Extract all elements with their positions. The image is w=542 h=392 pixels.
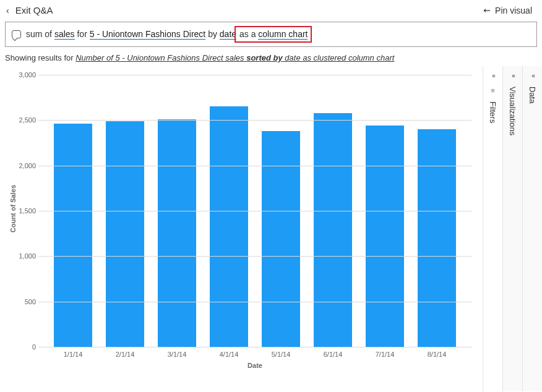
qna-query-input[interactable]: sum of sales for 5 - Uniontown Fashions … <box>5 22 537 47</box>
exit-qna-button[interactable]: ‹ Exit Q&A <box>6 5 53 15</box>
qna-header: ‹ Exit Q&A ↙ Pin visual <box>0 0 542 22</box>
collapse-icon: « <box>531 72 533 79</box>
x-tick-label: 7/1/14 <box>366 351 404 358</box>
y-tick-label: 1,000 <box>11 252 36 260</box>
query-row: sum of sales for 5 - Uniontown Fashions … <box>0 22 542 47</box>
exit-qna-label: Exit Q&A <box>15 5 53 15</box>
visualizations-panel-toggle[interactable]: « Visualizations <box>502 66 522 391</box>
gridline <box>38 302 471 302</box>
gridline <box>38 75 471 75</box>
bar[interactable] <box>158 119 196 347</box>
gridline <box>38 347 471 347</box>
chevron-left-icon: ‹ <box>6 6 9 15</box>
x-tick-label: 8/1/14 <box>418 351 456 358</box>
bar[interactable] <box>262 131 300 347</box>
x-axis-labels: 1/1/142/1/143/1/144/1/145/1/146/1/147/1/… <box>38 347 471 358</box>
x-tick-label: 6/1/14 <box>314 351 352 358</box>
side-panels: « ≡ Filters « Visualizations « Data <box>483 66 542 391</box>
x-tick-label: 3/1/14 <box>158 351 196 358</box>
filters-panel-toggle[interactable]: « ≡ Filters <box>483 66 502 391</box>
collapse-icon: « <box>512 72 514 79</box>
y-tick-label: 1,500 <box>11 207 36 215</box>
gridline <box>38 211 471 211</box>
collapse-icon: « <box>492 72 494 79</box>
visualizations-panel-label: Visualizations <box>508 87 517 135</box>
results-link[interactable]: Number of 5 - Uniontown Fashions Direct … <box>75 53 394 62</box>
y-tick-label: 3,000 <box>11 71 36 79</box>
bar[interactable] <box>54 124 92 347</box>
x-tick-label: 2/1/14 <box>106 351 144 358</box>
y-tick-label: 2,500 <box>11 116 36 124</box>
chart-plot: 05001,0001,5002,0002,5003,000 <box>38 75 471 347</box>
x-axis-title: Date <box>38 362 471 369</box>
bar[interactable] <box>418 129 456 347</box>
y-tick-label: 500 <box>11 298 36 305</box>
x-tick-label: 1/1/14 <box>54 351 92 358</box>
gridline <box>38 120 471 121</box>
data-panel-toggle[interactable]: « Data <box>522 66 542 391</box>
filters-panel-label: Filters <box>488 101 497 123</box>
main-area: Count of Sales 05001,0001,5002,0002,5003… <box>0 66 542 391</box>
chart-area[interactable]: Count of Sales 05001,0001,5002,0002,5003… <box>0 66 483 391</box>
pin-visual-button[interactable]: ↙ Pin visual <box>484 6 532 15</box>
bar[interactable] <box>366 126 404 347</box>
bar[interactable] <box>106 121 144 347</box>
filter-icon: ≡ <box>491 87 494 94</box>
x-tick-label: 5/1/14 <box>262 351 300 358</box>
results-description: Showing results for Number of 5 - Uniont… <box>0 47 542 66</box>
query-text: sum of sales for 5 - Uniontown Fashions … <box>26 26 312 43</box>
x-tick-label: 4/1/14 <box>210 351 248 358</box>
y-tick-label: 2,000 <box>11 162 36 169</box>
y-tick-label: 0 <box>11 343 36 351</box>
pin-visual-label: Pin visual <box>495 6 532 15</box>
gridline <box>38 256 471 257</box>
pin-icon: ↙ <box>481 4 494 17</box>
data-panel-label: Data <box>528 87 537 103</box>
bar[interactable] <box>314 113 352 347</box>
gridline <box>38 166 471 166</box>
bar[interactable] <box>210 106 248 347</box>
query-highlight-box: as a column chart <box>234 26 312 43</box>
results-prefix: Showing results for <box>5 53 75 62</box>
speech-bubble-icon <box>12 30 21 38</box>
